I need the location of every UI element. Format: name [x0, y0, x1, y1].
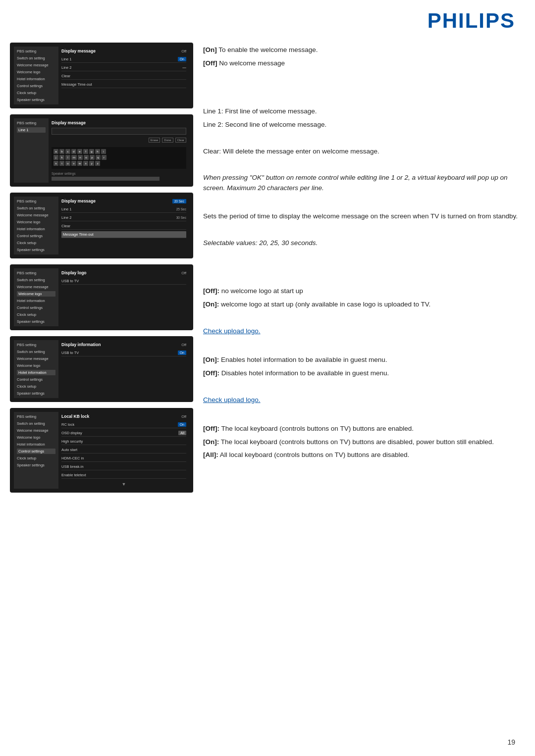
tv-sidebar-3: PBS setting Switch on setting Welcome me…: [14, 197, 58, 254]
tv-row-auto-start: Auto start: [61, 447, 186, 454]
desc-section-5: [On]: Enables hotel information to be av…: [203, 350, 520, 419]
sidebar-speaker-4[interactable]: Speaker settings: [17, 319, 55, 324]
tv-row-rc: RC lock On: [61, 421, 186, 428]
sidebar-welcome-msg-6[interactable]: Welcome message: [17, 428, 55, 433]
sidebar-welcome-logo-6[interactable]: Welcome logo: [17, 435, 55, 440]
sidebar-welcome-msg-3[interactable]: Welcome message: [17, 212, 55, 218]
tv-main-3: Display message 20 Sec Line 1 25 Sec Lin…: [58, 197, 189, 254]
sidebar-control-3[interactable]: Control settings: [17, 233, 55, 239]
sidebar-speaker-3[interactable]: Speaker settings: [17, 247, 55, 252]
sidebar-hotel-6[interactable]: Hotel information: [17, 442, 55, 447]
right-column: [On] To enable the welcome message. [Off…: [203, 38, 520, 493]
sidebar-welcome-logo-5[interactable]: Welcome logo: [17, 363, 55, 368]
menu-title-3: Display message: [61, 199, 96, 203]
sidebar-control-5[interactable]: Control settings: [17, 377, 55, 382]
page-header: PHILIPS: [0, 0, 535, 38]
tv-row-osd: OSD display All: [61, 430, 186, 437]
tv-main-6: Local KB lock Off RC lock On OSD display…: [58, 412, 189, 489]
tv-keyboard: abcdefghi jklmnopqr stuvwxyz: [52, 147, 186, 169]
sidebar-speaker[interactable]: Speaker settings: [17, 97, 55, 102]
desc-spacer-3: [203, 225, 520, 235]
tv-row-usb-break: USB break-in: [61, 463, 186, 470]
desc-on: [On] To enable the welcome message.: [203, 45, 520, 55]
philips-logo: PHILIPS: [428, 9, 515, 33]
desc-section-1: [On] To enable the welcome message. [Off…: [203, 43, 520, 101]
desc-hotel-off: [Off]: Disables hotel information to be …: [203, 368, 520, 379]
sidebar-welcome-logo-3[interactable]: Welcome logo: [17, 219, 55, 225]
check-upload-logo-link-1[interactable]: Check upload logo.: [203, 327, 261, 335]
sidebar-control-settings[interactable]: Control settings: [17, 83, 55, 89]
sidebar-pbs-setting[interactable]: PBS setting: [17, 49, 55, 54]
tv-main-4: Display logo Off USB to TV: [58, 268, 189, 326]
btn-clear[interactable]: Clear: [175, 138, 186, 143]
sidebar-clock-setup[interactable]: Clock setup: [17, 90, 55, 96]
sidebar-pbs-6[interactable]: PBS setting: [17, 414, 55, 419]
sidebar-pbs-5[interactable]: PBS setting: [17, 342, 55, 348]
tv-sidebar-5: PBS setting Switch on setting Welcome me…: [14, 340, 58, 398]
sidebar-pbs-4[interactable]: PBS setting: [17, 270, 55, 276]
sidebar-control-6[interactable]: Control settings: [17, 449, 55, 454]
menu-value-6: Off: [181, 414, 186, 419]
tv-row-timeout: Message Time-out: [61, 81, 186, 88]
menu-value-4: Off: [181, 271, 186, 275]
btn-erase[interactable]: Erase: [149, 138, 160, 143]
sidebar-welcome-msg-4[interactable]: Welcome message: [17, 284, 55, 290]
desc-spacer-2: [203, 160, 520, 170]
desc-spacer-4: [203, 313, 520, 323]
sidebar-pbs-3[interactable]: PBS setting: [17, 199, 55, 204]
sidebar-hotel-5[interactable]: Hotel information: [17, 370, 55, 375]
sidebar-clock-5[interactable]: Clock setup: [17, 384, 55, 389]
menu-value-1: Off: [181, 49, 186, 53]
desc-hotel-on: [On]: Enables hotel information to be av…: [203, 355, 520, 365]
desc-logo-off: [Off]: no welcome logo at start up: [203, 286, 520, 297]
speaker-settings-area: Speaker settings: [52, 171, 186, 181]
sidebar-hotel-3[interactable]: Hotel information: [17, 226, 55, 232]
tv-row-clear: Clear: [61, 73, 186, 80]
sidebar-welcome-logo-4[interactable]: Welcome logo: [17, 291, 55, 297]
menu-title-2: Display message: [52, 120, 86, 125]
scroll-indicator: ▼: [61, 482, 186, 487]
sidebar-clock-4[interactable]: Clock setup: [17, 312, 55, 317]
menu-title-4: Display logo: [61, 270, 87, 275]
tv-sidebar-4: PBS setting Switch on setting Welcome me…: [14, 268, 58, 326]
sidebar-switch-6[interactable]: Switch on setting: [17, 421, 55, 426]
keyboard-row-2: jklmnopqr: [54, 155, 184, 160]
tv-screen-welcome-message: PBS setting Switch on setting Welcome me…: [10, 43, 193, 108]
tv-sidebar-2: PBS setting Line 1: [14, 118, 49, 183]
tv-row-line2: Line 2: [61, 64, 186, 71]
sidebar-line1-2[interactable]: Line 1: [17, 127, 46, 133]
sidebar-speaker-5[interactable]: Speaker settings: [17, 391, 55, 396]
sidebar-switch-on[interactable]: Switch on setting: [17, 55, 55, 61]
tv-sidebar-6: PBS setting Switch on setting Welcome me…: [14, 412, 58, 489]
desc-ok-note: When pressing "OK" button on remote cont…: [203, 173, 520, 194]
sidebar-speaker-6[interactable]: Speaker settings: [17, 462, 55, 468]
tv-row-line1-3: Line 1 25 Sec: [61, 206, 186, 213]
sidebar-hotel-info[interactable]: Hotel information: [17, 76, 55, 82]
check-upload-logo-link-2[interactable]: Check upload logo.: [203, 396, 261, 403]
tv-screen-keyboard: PBS setting Line 1 Display message Erase…: [10, 114, 193, 187]
sidebar-pbs-2[interactable]: PBS setting: [17, 120, 46, 126]
desc-section-4: [Off]: no welcome logo at start up [On]:…: [203, 281, 520, 350]
tv-main-2: Display message Erase Done Clear abcdefg…: [49, 118, 189, 183]
keyboard-row-1: abcdefghi: [54, 149, 184, 154]
desc-off: [Off] No welcome message: [203, 58, 520, 69]
desc-timeout: Sets the period of time to display the w…: [203, 211, 520, 222]
tv-screen-kb-lock: PBS setting Switch on setting Welcome me…: [10, 408, 193, 493]
sidebar-switch-3[interactable]: Switch on setting: [17, 205, 55, 211]
page-number: 19: [507, 738, 515, 746]
sidebar-welcome-msg[interactable]: Welcome message: [17, 62, 55, 68]
sidebar-clock-3[interactable]: Clock setup: [17, 240, 55, 246]
tv-main-1: Display message Off Line 1 On Line 2 Cle…: [58, 47, 189, 104]
sidebar-welcome-logo[interactable]: Welcome logo: [17, 69, 55, 75]
sidebar-clock-6[interactable]: Clock setup: [17, 455, 55, 461]
desc-kb-all: [All]: All local keyboard (controls butt…: [203, 450, 520, 460]
sidebar-welcome-msg-5[interactable]: Welcome message: [17, 356, 55, 361]
sidebar-hotel-4[interactable]: Hotel information: [17, 298, 55, 303]
tv-row-high-sec: High security: [61, 438, 186, 445]
sidebar-switch-5[interactable]: Switch on setting: [17, 349, 55, 354]
desc-spacer-1: [203, 133, 520, 144]
desc-section-6: [Off]: The local keyboard (controls butt…: [203, 419, 520, 473]
btn-done[interactable]: Done: [162, 138, 173, 143]
sidebar-control-4[interactable]: Control settings: [17, 305, 55, 310]
sidebar-switch-4[interactable]: Switch on setting: [17, 277, 55, 283]
